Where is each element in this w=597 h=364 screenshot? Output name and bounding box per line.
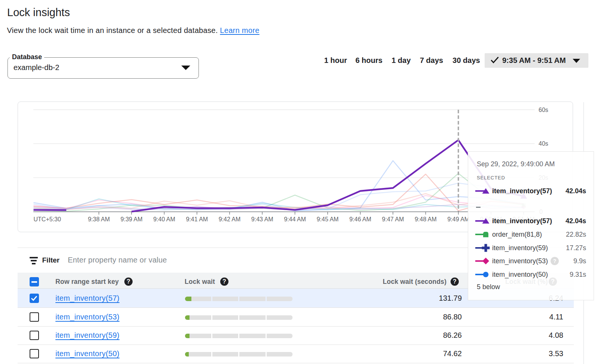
svg-text:9:49 AM: 9:49 AM [447,216,469,222]
svg-text:9:46 AM: 9:46 AM [349,216,372,222]
svg-text:9:47 AM: 9:47 AM [382,216,404,222]
svg-text:9:43 AM: 9:43 AM [251,216,273,222]
svg-text:9:41 AM: 9:41 AM [186,216,208,222]
svg-text:9:42 AM: 9:42 AM [219,216,241,222]
svg-text:9:48 AM: 9:48 AM [415,216,437,222]
svg-text:9:39 AM: 9:39 AM [121,216,143,222]
svg-text:60s: 60s [539,107,548,113]
svg-text:40s: 40s [539,140,548,147]
svg-text:UTC+5:30: UTC+5:30 [34,216,61,222]
svg-text:9:44 AM: 9:44 AM [284,216,306,222]
svg-text:9:40 AM: 9:40 AM [153,216,175,222]
svg-text:9:45 AM: 9:45 AM [316,216,339,222]
svg-text:9:38 AM: 9:38 AM [88,216,110,222]
